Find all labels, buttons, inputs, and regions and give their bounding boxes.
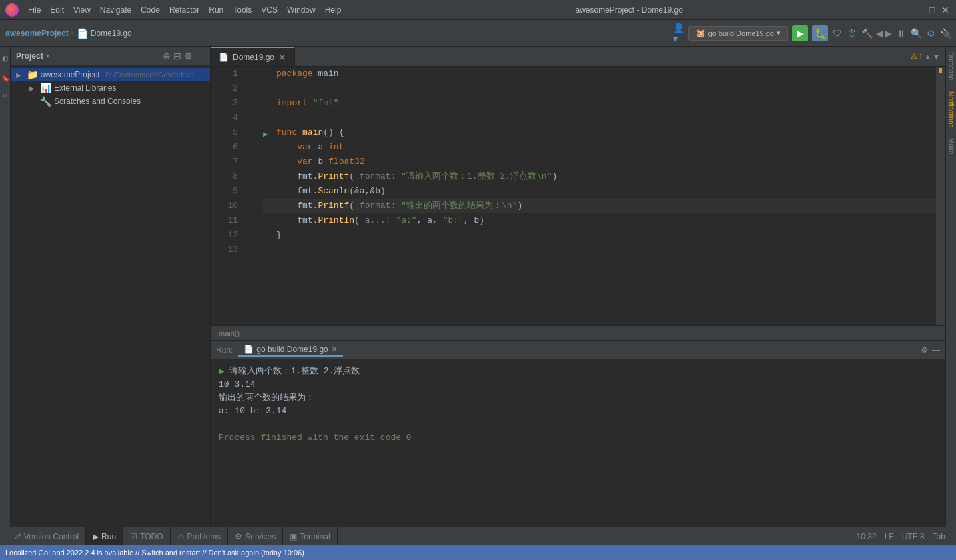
menu-refactor[interactable]: Refactor: [165, 4, 203, 16]
database-sidebar-icon[interactable]: Database: [947, 47, 955, 86]
code-line-4[interactable]: [263, 111, 936, 125]
maximize-button[interactable]: □: [927, 5, 937, 15]
code-line-2[interactable]: [263, 81, 936, 96]
menu-window[interactable]: Window: [283, 4, 320, 16]
settings-icon[interactable]: ⚙: [925, 28, 936, 39]
bottom-tab-terminal[interactable]: ▣ Terminal: [283, 527, 337, 545]
coverage-icon[interactable]: 🛡: [832, 28, 843, 39]
line-run-button-5[interactable]: ▶: [263, 127, 274, 138]
panel-collapse-icon[interactable]: ⊟: [173, 51, 181, 61]
tree-item-libraries[interactable]: ▶ 📊 External Libraries: [24, 81, 210, 95]
editor-breadcrumb: main(): [211, 325, 945, 340]
token: ): [552, 169, 557, 184]
code-line-7[interactable]: var b float32: [263, 155, 936, 169]
run-config-selector[interactable]: 🐹 go build Dome19.go ▾: [688, 26, 788, 41]
bottom-tab-problems[interactable]: ⚠ Problems: [171, 527, 229, 545]
arrow-right-icon[interactable]: ▶: [885, 28, 892, 39]
status-info: 10:32 LF UTF-8 Tab: [851, 532, 951, 541]
bottom-tab-services[interactable]: ⚙ Services: [228, 527, 283, 545]
code-line-11[interactable]: fmt.Println( a...: "a:", a, "b:", b): [263, 213, 936, 228]
code-line-8[interactable]: fmt.Printf( format: "请输入两个数：1.整数 2.浮点数\n…: [263, 169, 936, 184]
gutter-line-6: [244, 140, 258, 155]
code-line-13[interactable]: [263, 243, 936, 257]
warning-nav-up[interactable]: ▲: [924, 53, 931, 61]
gutter-line-9: [244, 184, 258, 199]
warning-nav-down[interactable]: ▼: [933, 53, 940, 61]
problems-icon: ⚠: [177, 532, 185, 541]
make-sidebar-icon[interactable]: Make: [947, 133, 955, 159]
run-output-line: ▶请输入两个数：1.整数 2.浮点数: [219, 365, 937, 378]
run-panel-minimize-icon[interactable]: —: [932, 345, 940, 355]
bottom-tab-run[interactable]: ▶ Run: [86, 527, 123, 545]
editor-area: 📄 Dome19.go ✕ ⚠ 1 ▲ ▼ 12345678910111213 …: [211, 47, 945, 527]
code-line-9[interactable]: fmt.Scanln(&a,&b): [263, 184, 936, 199]
run-button[interactable]: ▶: [792, 25, 808, 41]
token: import: [276, 96, 308, 111]
left-sidebar-icons: ◧ 🔖 ≡: [0, 47, 11, 527]
project-panel: Project ▾ ⊕ ⊟ ⚙ — ▶ 📁 awesomeProject D:\…: [11, 47, 211, 527]
run-output-line: 10 3.14: [219, 378, 937, 391]
scroll-track[interactable]: [936, 67, 945, 325]
code-line-5[interactable]: ▶func main() {: [263, 125, 936, 140]
panel-close-icon[interactable]: —: [195, 51, 205, 61]
user-icon[interactable]: 👤▾: [674, 28, 684, 39]
bottom-tab-todo[interactable]: ☑ TODO: [123, 527, 170, 545]
tab-close-button[interactable]: ✕: [278, 52, 286, 63]
panel-settings-icon[interactable]: ⚙: [184, 51, 193, 61]
code-line-6[interactable]: var a int: [263, 140, 936, 155]
menu-code[interactable]: Code: [137, 4, 164, 16]
close-button[interactable]: ✕: [940, 5, 951, 15]
menu-navigate[interactable]: Navigate: [96, 4, 135, 16]
run-tab-close[interactable]: ✕: [331, 345, 338, 354]
menu-help[interactable]: Help: [321, 4, 346, 16]
panel-scope-icon[interactable]: ⊕: [163, 51, 171, 61]
token: (: [349, 199, 360, 213]
notifications-sidebar-icon[interactable]: Notifications: [947, 86, 955, 133]
structure-sidebar-icon[interactable]: ≡: [1, 89, 9, 103]
debug-button[interactable]: 🐛: [812, 25, 828, 41]
menu-run[interactable]: Run: [205, 4, 227, 16]
line-number-12: 12: [216, 228, 238, 243]
menu-tools[interactable]: Tools: [229, 4, 256, 16]
profile-icon[interactable]: ⏱: [847, 28, 857, 39]
menu-edit[interactable]: Edit: [46, 4, 68, 16]
gutter-area: [244, 67, 258, 325]
gutter-line-5: [244, 125, 258, 140]
bookmarks-sidebar-icon[interactable]: 🔖: [1, 69, 9, 87]
search-icon[interactable]: 🔍: [911, 28, 921, 39]
services-icon: ⚙: [235, 532, 242, 541]
menu-vcs[interactable]: VCS: [257, 4, 282, 16]
tab-dome19[interactable]: 📄 Dome19.go ✕: [211, 47, 295, 66]
menu-file[interactable]: File: [24, 4, 45, 16]
token: float32: [328, 155, 365, 169]
menu-view[interactable]: View: [69, 4, 95, 16]
token: main: [302, 125, 323, 140]
code-line-12[interactable]: }: [263, 228, 936, 243]
minimize-button[interactable]: ‒: [913, 5, 924, 15]
build-icon[interactable]: 🔨: [861, 28, 872, 39]
panel-title-arrow[interactable]: ▾: [46, 52, 49, 59]
bottom-tab-vcs[interactable]: ⎇ Version Control: [5, 527, 86, 545]
token: fmt.: [276, 213, 318, 228]
breadcrumb: awesomeProject › 📄 Dome19.go: [5, 28, 132, 39]
run-tab-active[interactable]: 📄 go build Dome19.go ✕: [238, 343, 342, 357]
run-panel-settings-icon[interactable]: ⚙: [921, 345, 928, 355]
code-line-1[interactable]: package main: [263, 67, 936, 81]
plugins-icon[interactable]: 🔌: [940, 28, 951, 39]
token: format:: [360, 169, 396, 184]
token: a: [313, 140, 328, 155]
code-content[interactable]: package main import "fmt" ▶func main() {…: [258, 67, 936, 325]
arrow-left-icon[interactable]: ◀: [876, 28, 883, 39]
code-line-3[interactable]: import "fmt": [263, 96, 936, 111]
pause-icon[interactable]: ⏸: [896, 28, 907, 39]
project-sidebar-icon[interactable]: ◧: [1, 49, 9, 67]
code-editor[interactable]: 12345678910111213 package main import "f…: [211, 67, 945, 325]
line-number-9: 9: [216, 184, 238, 199]
window-controls: ‒ □ ✕: [913, 5, 951, 15]
tree-item-project[interactable]: ▶ 📁 awesomeProject D:\Environment\GoWork…: [11, 68, 210, 81]
line-number-3: 3: [216, 96, 238, 111]
line-number-7: 7: [216, 155, 238, 169]
tree-item-scratches[interactable]: ▶ 🔧 Scratches and Consoles: [24, 95, 210, 108]
code-line-10[interactable]: fmt.Printf( format: "输出的两个数的结果为：\n"): [263, 199, 936, 213]
run-panel-header-right: ⚙ —: [921, 345, 940, 355]
